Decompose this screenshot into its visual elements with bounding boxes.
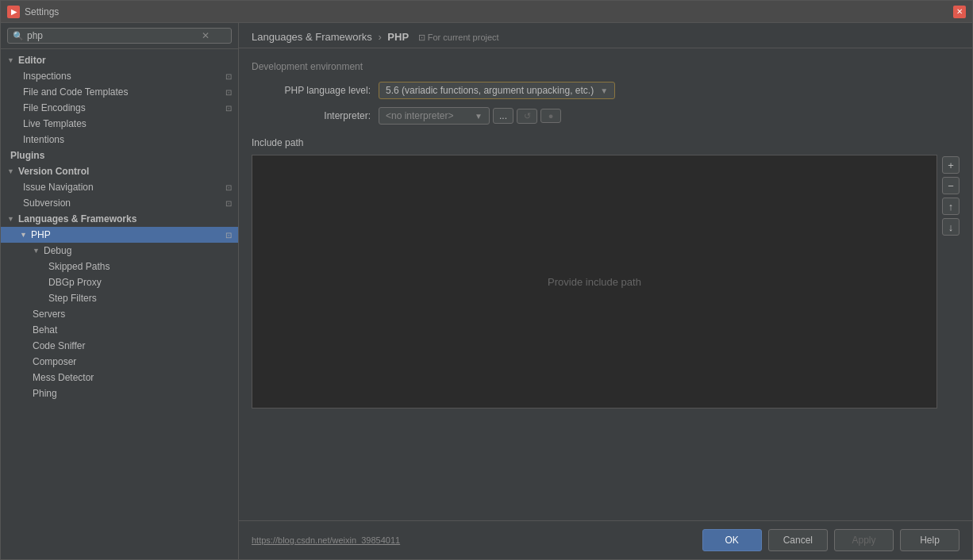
dev-env-label: Development environment xyxy=(252,61,960,72)
window-controls: ✕ xyxy=(953,6,966,18)
file-enc-badge: ⊡ xyxy=(225,104,232,113)
vc-expand-arrow: ▼ xyxy=(7,167,17,175)
interpreter-controls: <no interpreter> ▼ ... ↺ ● xyxy=(379,107,561,125)
subversion-badge: ⊡ xyxy=(225,199,232,208)
inspections-badge: ⊡ xyxy=(225,72,232,81)
cancel-button[interactable]: Cancel xyxy=(768,529,828,551)
footer-link[interactable]: https://blog.csdn.net/weixin_39854011 xyxy=(252,535,400,545)
help-button[interactable]: Help xyxy=(900,529,960,551)
ok-button[interactable]: OK xyxy=(702,529,762,551)
search-icon: 🔍 xyxy=(13,31,24,41)
include-path-toolbar: + − ↑ ↓ xyxy=(942,155,960,236)
sidebar-item-file-code-templates[interactable]: File and Code Templates ⊡ xyxy=(1,84,238,100)
include-path-placeholder: Provide include path xyxy=(548,276,641,288)
issue-nav-badge: ⊡ xyxy=(225,183,232,192)
include-path-container: Provide include path + − ↑ ↓ xyxy=(252,155,960,408)
sidebar-item-servers[interactable]: Servers xyxy=(1,306,238,322)
right-panel: Languages & Frameworks › PHP ⊡ For curre… xyxy=(239,23,972,559)
php-badge: ⊡ xyxy=(225,231,232,240)
interpreter-dropdown-arrow: ▼ xyxy=(475,112,483,121)
bottom-bar: https://blog.csdn.net/weixin_39854011 OK… xyxy=(239,520,972,559)
sidebar-item-mess-detector[interactable]: Mess Detector xyxy=(1,370,238,385)
window-title: Settings xyxy=(25,6,59,17)
sidebar-item-issue-navigation[interactable]: Issue Navigation ⊡ xyxy=(1,179,238,195)
app-icon: ▶ xyxy=(7,6,20,18)
settings-tree: ▼ Editor Inspections ⊡ File and Code Tem… xyxy=(1,49,238,559)
interpreter-label: Interpreter: xyxy=(252,110,379,121)
file-code-badge: ⊡ xyxy=(225,88,232,97)
search-input[interactable] xyxy=(27,30,202,41)
php-level-dropdown-arrow: ▼ xyxy=(600,86,608,95)
project-tag: ⊡ For current project xyxy=(418,33,499,42)
sidebar-item-code-sniffer[interactable]: Code Sniffer xyxy=(1,338,238,354)
breadcrumb-current: PHP xyxy=(387,31,409,43)
interpreter-refresh-button[interactable]: ↺ xyxy=(517,109,537,124)
sidebar-item-intentions[interactable]: Intentions xyxy=(1,132,238,148)
title-bar: ▶ Settings ✕ xyxy=(1,1,972,23)
search-wrap[interactable]: 🔍 ✕ xyxy=(7,28,232,44)
sidebar-item-behat[interactable]: Behat xyxy=(1,322,238,338)
interpreter-value: <no interpreter> xyxy=(386,110,470,121)
sidebar-item-skipped-paths[interactable]: Skipped Paths xyxy=(1,259,238,274)
interpreter-row: Interpreter: <no interpreter> ▼ ... ↺ ● xyxy=(252,107,960,125)
include-path-up-button[interactable]: ↑ xyxy=(942,198,960,215)
include-path-add-button[interactable]: + xyxy=(942,156,960,174)
include-path-remove-button[interactable]: − xyxy=(942,177,960,194)
interpreter-info-button[interactable]: ● xyxy=(540,109,561,123)
search-clear-icon[interactable]: ✕ xyxy=(202,30,210,41)
include-path-area: Provide include path xyxy=(252,155,937,408)
sidebar-item-plugins[interactable]: Plugins xyxy=(1,148,238,163)
php-level-label: PHP language level: xyxy=(252,85,379,96)
settings-window: ▶ Settings ✕ 🔍 ✕ ▼ Editor xyxy=(0,0,973,560)
sidebar-item-subversion[interactable]: Subversion ⊡ xyxy=(1,195,238,211)
interpreter-more-button[interactable]: ... xyxy=(493,108,513,124)
sidebar-item-file-encodings[interactable]: File Encodings ⊡ xyxy=(1,100,238,116)
breadcrumb: Languages & Frameworks › PHP ⊡ For curre… xyxy=(252,31,960,43)
sidebar-item-editor[interactable]: ▼ Editor xyxy=(1,52,238,68)
sidebar-item-version-control[interactable]: ▼ Version Control xyxy=(1,163,238,179)
sidebar-item-phing[interactable]: Phing xyxy=(1,385,238,401)
include-path-label: Include path xyxy=(252,137,960,148)
sidebar-item-debug[interactable]: ▼ Debug xyxy=(1,243,238,259)
sidebar-item-dbgp-proxy[interactable]: DBGp Proxy xyxy=(1,274,238,290)
close-button[interactable]: ✕ xyxy=(953,6,966,18)
search-box: 🔍 ✕ xyxy=(1,23,238,49)
main-content: 🔍 ✕ ▼ Editor Inspections ⊡ File and Code… xyxy=(1,23,972,559)
php-level-value: 5.6 (variadic functions, argument unpack… xyxy=(386,85,594,96)
sidebar-item-php[interactable]: ▼ PHP ⊡ xyxy=(1,227,238,243)
php-level-row: PHP language level: 5.6 (variadic functi… xyxy=(252,82,960,99)
breadcrumb-root: Languages & Frameworks xyxy=(252,31,372,43)
sidebar: 🔍 ✕ ▼ Editor Inspections ⊡ File and Code… xyxy=(1,23,239,559)
lf-expand-arrow: ▼ xyxy=(7,215,17,223)
sidebar-item-inspections[interactable]: Inspections ⊡ xyxy=(1,68,238,84)
include-path-section: Include path Provide include path + − ↑ … xyxy=(252,137,960,408)
include-path-down-button[interactable]: ↓ xyxy=(942,218,960,236)
php-expand-arrow: ▼ xyxy=(20,231,29,239)
interpreter-select[interactable]: <no interpreter> ▼ xyxy=(379,107,490,125)
breadcrumb-sep: › xyxy=(378,31,381,43)
panel-header: Languages & Frameworks › PHP ⊡ For curre… xyxy=(239,23,972,48)
apply-button[interactable]: Apply xyxy=(834,529,894,551)
php-level-select[interactable]: 5.6 (variadic functions, argument unpack… xyxy=(379,82,615,99)
sidebar-item-step-filters[interactable]: Step Filters xyxy=(1,290,238,306)
debug-expand-arrow: ▼ xyxy=(33,247,42,255)
expand-arrow: ▼ xyxy=(7,56,17,64)
panel-body: Development environment PHP language lev… xyxy=(239,48,972,520)
sidebar-item-languages-frameworks[interactable]: ▼ Languages & Frameworks xyxy=(1,211,238,227)
sidebar-item-composer[interactable]: Composer xyxy=(1,354,238,370)
sidebar-item-live-templates[interactable]: Live Templates xyxy=(1,116,238,132)
